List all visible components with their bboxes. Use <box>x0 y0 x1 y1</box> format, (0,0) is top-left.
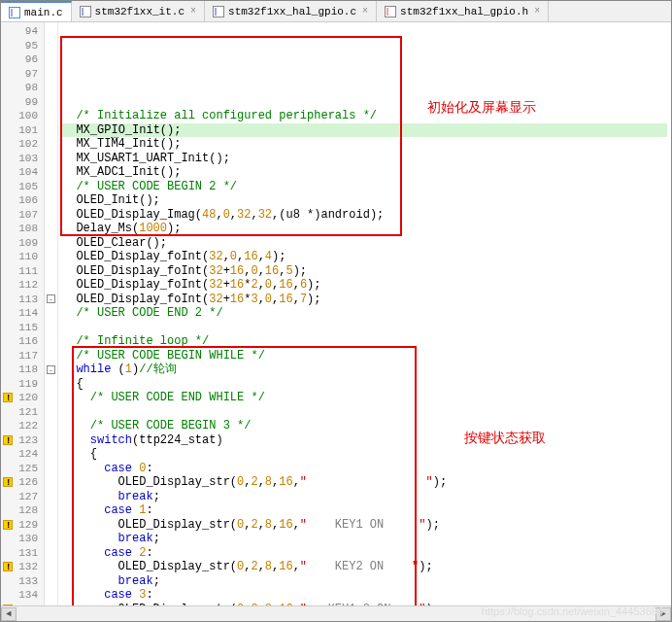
code-line[interactable]: case 1: <box>62 503 667 518</box>
code-line[interactable]: OLED_Display_foInt(32+16*3,0,16,7); <box>62 293 667 307</box>
file-icon <box>213 6 224 17</box>
horizontal-scrollbar[interactable]: ◄ ► <box>1 605 671 621</box>
code-line[interactable]: /* USER CODE BEGIN 2 */ <box>62 180 667 194</box>
code-line[interactable]: { <box>62 447 667 462</box>
line-number: 127 <box>1 490 38 504</box>
warning-icon[interactable] <box>3 520 13 530</box>
code-line[interactable]: MX_TIM4_Init(); <box>62 137 667 152</box>
code-line[interactable]: case 3: <box>62 588 667 603</box>
code-area[interactable]: 初始化及屏幕显示 按键状态获取 /* Initialize all config… <box>58 22 671 622</box>
line-number: 123 <box>1 433 38 448</box>
code-line[interactable]: OLED_Display_foInt(32+16,0,16,5); <box>62 264 667 279</box>
fold-cell <box>45 222 57 236</box>
tab-label: stm32f1xx_it.c <box>95 6 185 17</box>
line-number: 115 <box>1 321 38 335</box>
code-line[interactable]: Delay_Ms(1000); <box>62 222 667 236</box>
scroll-right-button[interactable]: ► <box>655 607 671 621</box>
close-icon[interactable]: × <box>190 6 196 17</box>
fold-toggle-icon[interactable]: - <box>47 294 55 303</box>
close-icon[interactable]: × <box>534 6 540 17</box>
line-number: 129 <box>1 518 38 533</box>
fold-cell <box>45 462 57 476</box>
code-line[interactable]: while (1)//轮询 <box>62 363 667 377</box>
line-number: 124 <box>1 447 38 462</box>
code-line[interactable]: OLED_Display_str(0,2,8,16," KEY1 ON "); <box>62 518 667 533</box>
fold-cell <box>45 560 57 574</box>
code-line[interactable]: OLED_Display_str(0,2,8,16," "); <box>62 475 667 490</box>
fold-cell <box>45 193 57 208</box>
fold-cell <box>45 588 57 603</box>
code-line[interactable]: MX_USART1_UART_Init(); <box>62 152 667 166</box>
code-line[interactable]: break; <box>62 574 667 589</box>
line-number: 110 <box>1 250 38 264</box>
fold-cell[interactable]: - <box>45 293 57 307</box>
close-icon[interactable]: × <box>362 6 368 17</box>
code-line[interactable]: OLED_Display_Imag(48,0,32,32,(u8 *)andro… <box>62 208 667 223</box>
warning-icon[interactable] <box>3 393 13 402</box>
fold-cell <box>45 24 57 39</box>
fold-cell <box>45 574 57 589</box>
fold-cell[interactable]: - <box>45 363 57 377</box>
code-line[interactable]: switch(ttp224_stat) <box>62 433 667 448</box>
line-number: 102 <box>1 137 38 152</box>
line-number: 114 <box>1 306 38 321</box>
line-number: 106 <box>1 193 38 208</box>
tab-0[interactable]: main.c <box>1 1 72 21</box>
fold-cell <box>45 180 57 194</box>
code-line[interactable]: OLED_Clear(); <box>62 236 667 251</box>
code-line[interactable] <box>62 321 667 335</box>
code-line[interactable]: /* USER CODE END WHILE */ <box>62 391 667 405</box>
code-line[interactable]: break; <box>62 490 667 504</box>
warning-icon[interactable] <box>3 562 13 571</box>
fold-cell <box>45 334 57 349</box>
code-line[interactable] <box>62 405 667 420</box>
tab-1[interactable]: stm32f1xx_it.c× <box>72 1 205 21</box>
line-number: 111 <box>1 264 38 279</box>
editor-area: 9495969798991001011021031041051061071081… <box>1 22 671 622</box>
fold-column: -- <box>45 22 58 622</box>
tab-bar: main.cstm32f1xx_it.c×stm32f1xx_hal_gpio.… <box>1 1 671 22</box>
line-number: 133 <box>1 574 38 589</box>
line-number: 113 <box>1 293 38 307</box>
code-line[interactable]: /* Initialize all configured peripherals… <box>62 109 667 123</box>
code-line[interactable]: /* USER CODE BEGIN 3 */ <box>62 419 667 433</box>
fold-cell <box>45 67 57 82</box>
code-line[interactable]: OLED_Display_str(0,2,8,16," KEY2 ON "); <box>62 560 667 574</box>
scroll-left-button[interactable]: ◄ <box>1 607 17 621</box>
fold-cell <box>45 152 57 166</box>
line-number: 119 <box>1 377 38 392</box>
line-number: 108 <box>1 222 38 236</box>
file-icon <box>80 6 91 17</box>
fold-cell <box>45 518 57 533</box>
tab-2[interactable]: stm32f1xx_hal_gpio.c× <box>205 1 377 21</box>
line-number: 99 <box>1 95 38 110</box>
fold-cell <box>45 52 57 67</box>
line-number: 107 <box>1 208 38 223</box>
warning-icon[interactable] <box>3 435 13 445</box>
code-line[interactable]: OLED_Display_foInt(32+16*2,0,16,6); <box>62 278 667 293</box>
code-line[interactable]: OLED_Display_foInt(32,0,16,4); <box>62 250 667 264</box>
line-number: 132 <box>1 560 38 574</box>
tab-3[interactable]: stm32f1xx_hal_gpio.h× <box>377 1 549 21</box>
fold-cell <box>45 405 57 420</box>
line-number: 128 <box>1 503 38 518</box>
fold-toggle-icon[interactable]: - <box>47 365 55 374</box>
fold-cell <box>45 546 57 561</box>
code-line[interactable]: case 2: <box>62 546 667 561</box>
file-icon <box>9 7 20 18</box>
code-line[interactable]: /* USER CODE END 2 */ <box>62 306 667 321</box>
code-line[interactable]: OLED_Init(); <box>62 193 667 208</box>
code-line[interactable]: /* USER CODE BEGIN WHILE */ <box>62 349 667 363</box>
line-number: 116 <box>1 334 38 349</box>
code-line[interactable]: case 0: <box>62 462 667 476</box>
warning-icon[interactable] <box>3 477 13 487</box>
fold-cell <box>45 278 57 293</box>
line-number: 117 <box>1 349 38 363</box>
code-line[interactable]: MX_ADC1_Init(); <box>62 165 667 180</box>
line-number: 104 <box>1 165 38 180</box>
code-line[interactable]: { <box>62 377 667 392</box>
fold-cell <box>45 165 57 180</box>
code-line[interactable]: MX_GPIO_Init(); <box>62 123 667 138</box>
code-line[interactable]: break; <box>62 532 667 546</box>
code-line[interactable]: /* Infinite loop */ <box>62 334 667 349</box>
